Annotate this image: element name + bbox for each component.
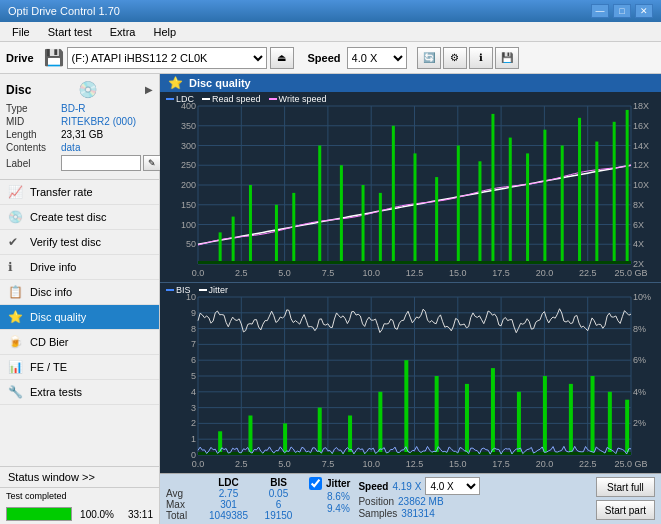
menu-bar: File Start test Extra Help (0, 22, 661, 42)
read-speed-legend-label: Read speed (212, 94, 261, 104)
bottom-chart: BIS Jitter (160, 283, 661, 473)
write-speed-legend-dot (269, 98, 277, 100)
cd-bier-icon: 🍺 (8, 335, 24, 349)
app-title: Opti Drive Control 1.70 (8, 5, 120, 17)
disc-length-row: Length 23,31 GB (6, 129, 153, 140)
toolbar-icons: 🔄 ⚙ ℹ 💾 (417, 47, 519, 69)
type-value: BD-R (61, 103, 85, 114)
total-bis: 19150 (256, 510, 301, 521)
jitter-legend-dot (199, 289, 207, 291)
chart-header-icon: ⭐ (168, 76, 183, 90)
eject-button[interactable]: ⏏ (270, 47, 294, 69)
refresh-button[interactable]: 🔄 (417, 47, 441, 69)
minimize-button[interactable]: — (591, 4, 609, 18)
sidebar-item-transfer-rate[interactable]: 📈 Transfer rate (0, 180, 159, 205)
length-value: 23,31 GB (61, 129, 103, 140)
max-bis: 6 (256, 499, 301, 510)
sidebar-item-cd-bier[interactable]: 🍺 CD Bier (0, 330, 159, 355)
drive-info-icon: ℹ (8, 260, 24, 274)
sidebar-item-label: Transfer rate (30, 186, 93, 198)
charts-area: LDC Read speed Write speed (160, 92, 661, 473)
label-input[interactable] (61, 155, 141, 171)
chart-title: Disc quality (189, 77, 251, 89)
top-chart-legend: LDC Read speed Write speed (166, 94, 326, 104)
position-val: 23862 MB (398, 496, 444, 507)
disc-label-row: Label ✎ (6, 155, 153, 171)
max-jitter: 9.4% (327, 503, 350, 514)
title-bar: Opti Drive Control 1.70 — □ ✕ (0, 0, 661, 22)
drive-icon: 💾 (44, 48, 64, 67)
status-window-label: Status window >> (8, 471, 95, 483)
mid-label: MID (6, 116, 61, 127)
sidebar-item-label: Disc quality (30, 311, 86, 323)
sidebar-item-label: CD Bier (30, 336, 69, 348)
bottom-chart-canvas (160, 283, 661, 473)
avg-jitter: 8.6% (327, 491, 350, 502)
ldc-legend-label: LDC (176, 94, 194, 104)
sidebar-item-drive-info[interactable]: ℹ Drive info (0, 255, 159, 280)
bis-legend: BIS (166, 285, 191, 295)
sidebar-item-label: Create test disc (30, 211, 106, 223)
sidebar-item-create-test-disc[interactable]: 💿 Create test disc (0, 205, 159, 230)
maximize-button[interactable]: □ (613, 4, 631, 18)
sidebar-item-verify-test-disc[interactable]: ✔ Verify test disc (0, 230, 159, 255)
speed-label: Speed (308, 52, 341, 64)
speed-select[interactable]: 4.0 X 1.0 X 2.0 X 8.0 X (347, 47, 407, 69)
menu-extra[interactable]: Extra (102, 24, 144, 40)
bottom-chart-legend: BIS Jitter (166, 285, 228, 295)
progress-bar-row: 100.0% 33:11 (0, 504, 159, 524)
sidebar-item-fe-te[interactable]: 📊 FE / TE (0, 355, 159, 380)
save-button[interactable]: 💾 (495, 47, 519, 69)
create-test-disc-icon: 💿 (8, 210, 24, 224)
top-chart: LDC Read speed Write speed (160, 92, 661, 283)
contents-value: data (61, 142, 80, 153)
disc-info-icon: 📋 (8, 285, 24, 299)
sidebar-item-label: FE / TE (30, 361, 67, 373)
jitter-checkbox[interactable] (309, 477, 322, 490)
sidebar-item-label: Extra tests (30, 386, 82, 398)
disc-mid-row: MID RITEKBR2 (000) (6, 116, 153, 127)
fe-te-icon: 📊 (8, 360, 24, 374)
sidebar-nav: 📈 Transfer rate 💿 Create test disc ✔ Ver… (0, 180, 159, 466)
progress-bar-inner (7, 508, 71, 520)
top-chart-canvas (160, 92, 661, 282)
close-button[interactable]: ✕ (635, 4, 653, 18)
sidebar: Disc 💿 ▶ Type BD-R MID RITEKBR2 (000) Le… (0, 74, 160, 524)
start-part-button[interactable]: Start part (596, 500, 655, 520)
jitter-legend-label: Jitter (209, 285, 229, 295)
ldc-bis-stats: LDC BIS Avg 2.75 0.05 Max 301 6 Total 10… (166, 477, 301, 521)
sidebar-item-disc-info[interactable]: 📋 Disc info (0, 280, 159, 305)
mid-value: RITEKBR2 (000) (61, 116, 136, 127)
jitter-legend: Jitter (199, 285, 229, 295)
start-full-button[interactable]: Start full (596, 477, 655, 497)
type-label: Type (6, 103, 61, 114)
info-button[interactable]: ℹ (469, 47, 493, 69)
status-text: Test completed (6, 491, 76, 501)
label-edit-button[interactable]: ✎ (143, 155, 161, 171)
main-content: ⭐ Disc quality LDC Read speed (160, 74, 661, 524)
read-speed-legend-dot (202, 98, 210, 100)
speed-stat-select[interactable]: 4.0 X 1.0 X 2.0 X (425, 477, 480, 495)
disc-quality-icon: ⭐ (8, 310, 24, 324)
write-speed-legend-label: Write speed (279, 94, 327, 104)
main-layout: Disc 💿 ▶ Type BD-R MID RITEKBR2 (000) Le… (0, 74, 661, 524)
sidebar-item-extra-tests[interactable]: 🔧 Extra tests (0, 380, 159, 405)
menu-start-test[interactable]: Start test (40, 24, 100, 40)
progress-row: Test completed (0, 488, 159, 504)
menu-file[interactable]: File (4, 24, 38, 40)
write-speed-legend: Write speed (269, 94, 327, 104)
sidebar-item-label: Drive info (30, 261, 76, 273)
status-window-button[interactable]: Status window >> (0, 467, 159, 488)
drive-select[interactable]: (F:) ATAPI iHBS112 2 CL0K (67, 47, 267, 69)
speed-label-stat: Speed (358, 481, 388, 492)
stats-controls-area: LDC BIS Avg 2.75 0.05 Max 301 6 Total 10… (160, 473, 661, 524)
disc-type-row: Type BD-R (6, 103, 153, 114)
contents-label: Contents (6, 142, 61, 153)
label-input-row: ✎ (61, 155, 161, 171)
settings-button[interactable]: ⚙ (443, 47, 467, 69)
menu-help[interactable]: Help (145, 24, 184, 40)
chart-header: ⭐ Disc quality (160, 74, 661, 92)
disc-contents-row: Contents data (6, 142, 153, 153)
speed-stats: Speed 4.19 X 4.0 X 1.0 X 2.0 X Position … (358, 477, 480, 519)
sidebar-item-disc-quality[interactable]: ⭐ Disc quality (0, 305, 159, 330)
